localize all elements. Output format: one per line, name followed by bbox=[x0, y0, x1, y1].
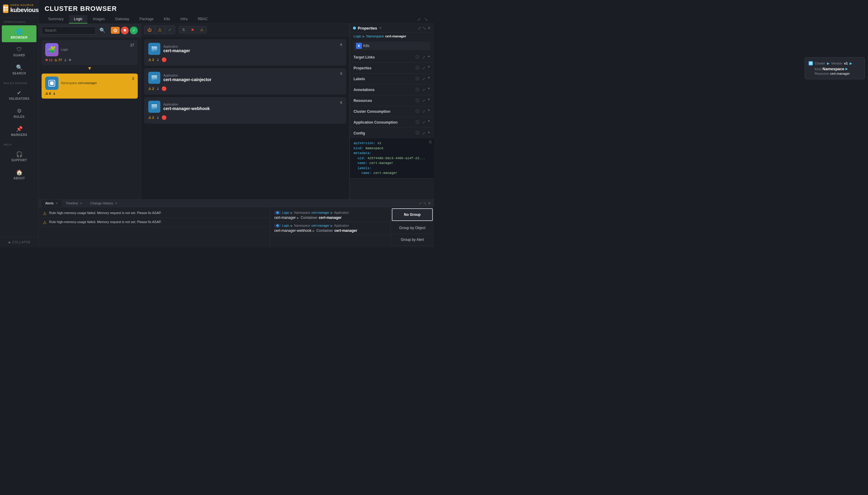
bottom-right-item-2[interactable]: 🔷 Logic ▶ Namespace cert-manager ▶ Appli… bbox=[270, 222, 390, 235]
properties-close-button[interactable]: ✕ bbox=[379, 26, 382, 30]
section-header-resources[interactable]: Resources ⓘ ⤢ ▼ bbox=[350, 95, 434, 106]
group-by-object-button[interactable]: Group by Object bbox=[390, 222, 434, 234]
section-header-app-consumption[interactable]: Application Consumption ⓘ ⤢ ▼ bbox=[350, 117, 434, 127]
app-consumption-expand-button[interactable]: ⤢ bbox=[421, 119, 426, 125]
breadcrumb-cert-manager: cert-manager bbox=[385, 34, 406, 38]
ok-filter-button[interactable]: ✓ bbox=[130, 27, 138, 34]
power-filter-button[interactable]: ⏻ bbox=[111, 27, 120, 34]
sidebar-item-search[interactable]: 🔍 SEARCH bbox=[2, 61, 36, 78]
tab-k8s[interactable]: K8s bbox=[159, 15, 175, 23]
sort-warning-button[interactable]: ⚠ bbox=[197, 27, 206, 33]
svg-rect-2 bbox=[4, 9, 6, 11]
collapse-button[interactable]: ◀ COLLAPSE bbox=[0, 237, 38, 248]
alert-item-1: ⚠ Rule high-memory-usage failed. Memory … bbox=[39, 209, 270, 218]
bottom-maximize-button[interactable]: ⤡ bbox=[423, 201, 427, 206]
app-card-cert-manager-webhook[interactable]: Application cert-manager-webhook 6 ⚠ 2 ⤓… bbox=[144, 97, 346, 124]
svg-rect-5 bbox=[50, 81, 54, 85]
section-header-target-links[interactable]: Target Links ⓘ ⤢ ▲ bbox=[350, 52, 434, 63]
filter-row: ⏻ ⚠ ✓ ⇅ ✖ ⚠ bbox=[141, 24, 349, 36]
sidebar-item-browser[interactable]: 🌐 BROWSER bbox=[2, 25, 36, 42]
tree-panel: 🧩 Logic 17 ✖ 12 bbox=[39, 37, 141, 199]
bottom-close-button[interactable]: ✕ bbox=[428, 201, 431, 206]
path-arr-1a: ▶ bbox=[291, 211, 293, 214]
resources-expand-button[interactable]: ⤢ bbox=[421, 98, 426, 103]
alerts-tab-close[interactable]: ✕ bbox=[55, 202, 58, 205]
filter-warning-button[interactable]: ⚠ bbox=[155, 26, 165, 34]
sidebar-item-markers[interactable]: 📌 MARKERS bbox=[2, 123, 36, 140]
path-arr-2b: ▶ bbox=[331, 224, 333, 227]
cluster-consumption-expand-button[interactable]: ⤢ bbox=[421, 108, 426, 114]
annotations-info-button[interactable]: ⓘ bbox=[415, 87, 420, 92]
target-links-info-button[interactable]: ⓘ bbox=[415, 54, 420, 60]
breadcrumb-namespace-link[interactable]: Namespace bbox=[366, 34, 384, 38]
props-expand-button[interactable]: ⤢ bbox=[418, 25, 421, 31]
code-copy-button[interactable]: ⎘ bbox=[429, 140, 432, 144]
tab-package[interactable]: Package bbox=[135, 15, 158, 23]
path-name-arr-1: ▶ bbox=[297, 216, 299, 220]
sidebar-item-support[interactable]: 🎧 SUPPORT bbox=[2, 148, 36, 165]
sidebar-item-validators[interactable]: ✔ VALIDATORS bbox=[2, 86, 36, 103]
bottom-tab-change-history[interactable]: Change History ✕ bbox=[87, 200, 121, 207]
config-expand-button[interactable]: ⤢ bbox=[421, 130, 426, 136]
group-by-alert-button[interactable]: Group by Alert bbox=[390, 234, 434, 246]
k8s-badge[interactable]: K K8s bbox=[353, 41, 430, 50]
config-info-button[interactable]: ⓘ bbox=[415, 130, 420, 136]
app-name-3: cert-manager-webhook bbox=[163, 106, 210, 111]
section-title-properties: Properties bbox=[353, 66, 371, 70]
sidebar-item-guard[interactable]: 🛡 GUARD bbox=[2, 44, 36, 60]
properties-info-button[interactable]: ⓘ bbox=[415, 65, 420, 71]
tab-rbac[interactable]: RBAC bbox=[193, 15, 212, 23]
sidebar-item-rules[interactable]: ⚙ RULES bbox=[2, 105, 36, 121]
labels-info-button[interactable]: ⓘ bbox=[415, 76, 420, 82]
tree-node-namespace: Namespace cert-manager 3 ⚠ 6 ⤓ bbox=[41, 73, 138, 99]
breadcrumb-logic[interactable]: Logic bbox=[353, 34, 361, 38]
props-close-x-button[interactable]: ✕ bbox=[427, 25, 431, 31]
bottom-expand-button[interactable]: ⤢ bbox=[419, 201, 422, 206]
svg-rect-13 bbox=[152, 80, 154, 80]
error-filter-button[interactable]: ✖ bbox=[121, 27, 129, 34]
browser-icon: 🌐 bbox=[16, 28, 23, 35]
filter-power-button[interactable]: ⏻ bbox=[144, 26, 155, 34]
tab-summary[interactable]: Summary bbox=[44, 15, 68, 23]
tab-bar: Summary Logic Images Gateway Package K8s… bbox=[39, 15, 434, 24]
tab-maximize-button[interactable]: ⤡ bbox=[423, 16, 429, 22]
annotations-expand-button[interactable]: ⤢ bbox=[421, 87, 426, 92]
sidebar-item-label-browser: BROWSER bbox=[11, 36, 28, 39]
properties-expand-button[interactable]: ⤢ bbox=[421, 65, 426, 71]
filter-ok-button[interactable]: ✓ bbox=[165, 26, 175, 34]
cluster-consumption-info-button[interactable]: ⓘ bbox=[415, 108, 420, 114]
tab-logic[interactable]: Logic bbox=[69, 15, 87, 23]
app-card-cert-manager-cainjector[interactable]: Application cert-manager-cainjector 5 ⚠ … bbox=[144, 68, 346, 95]
node-card-namespace[interactable]: Namespace cert-manager 3 ⚠ 6 ⤓ bbox=[41, 73, 138, 99]
target-links-expand-button[interactable]: ⤢ bbox=[421, 54, 426, 60]
sort-button[interactable]: ⇅ bbox=[179, 27, 188, 33]
group-no-group-button[interactable]: No Group bbox=[392, 208, 433, 221]
search-input[interactable] bbox=[41, 27, 96, 34]
section-header-config[interactable]: Config ⓘ ⤢ ▲ bbox=[350, 128, 434, 138]
bottom-right-item-1[interactable]: 🔷 Logic ▶ Namespace cert-manager ▶ Appli… bbox=[270, 209, 390, 222]
tab-images[interactable]: Images bbox=[88, 15, 109, 23]
bottom-tab-timeline[interactable]: Timeline ✕ bbox=[62, 200, 86, 207]
change-history-tab-close[interactable]: ✕ bbox=[115, 202, 117, 205]
tab-expand-button[interactable]: ⤢ bbox=[416, 16, 422, 22]
section-header-labels[interactable]: Labels ⓘ ⤢ ▼ bbox=[350, 73, 434, 84]
section-header-annotations[interactable]: Annotations ⓘ ⤢ ▼ bbox=[350, 84, 434, 95]
resources-info-button[interactable]: ⓘ bbox=[415, 98, 420, 103]
sidebar-item-about[interactable]: 🏠 ABOUT bbox=[2, 166, 36, 183]
timeline-tab-close[interactable]: ✕ bbox=[80, 202, 82, 205]
sort-error-button[interactable]: ✖ bbox=[188, 27, 197, 33]
labels-expand-button[interactable]: ⤢ bbox=[421, 76, 426, 82]
props-maximize-button[interactable]: ⤡ bbox=[422, 25, 426, 31]
section-header-properties[interactable]: Properties ⓘ ⤢ ▼ bbox=[350, 63, 434, 73]
section-title-target-links: Target Links bbox=[353, 55, 375, 59]
bottom-tab-alerts[interactable]: Alerts ✕ bbox=[41, 200, 62, 207]
app-card-cert-manager[interactable]: Application cert-manager 6 ⚠ 2 ⤓ 🔴 bbox=[144, 39, 346, 66]
node-card-logic[interactable]: 🧩 Logic 17 ✖ 12 bbox=[41, 40, 138, 65]
alert-icon-1: ⚠ bbox=[43, 211, 47, 216]
app-consumption-info-button[interactable]: ⓘ bbox=[415, 119, 420, 125]
tab-infra[interactable]: Infra bbox=[175, 15, 192, 23]
search-button[interactable]: 🔍 bbox=[98, 26, 107, 34]
logic-node-badges: ✖ 12 ⚠ 77 ⤓ ☀ bbox=[45, 58, 134, 62]
tab-gateway[interactable]: Gateway bbox=[110, 15, 134, 23]
section-header-cluster-consumption[interactable]: Cluster Consumption ⓘ ⤢ ▼ bbox=[350, 106, 434, 117]
